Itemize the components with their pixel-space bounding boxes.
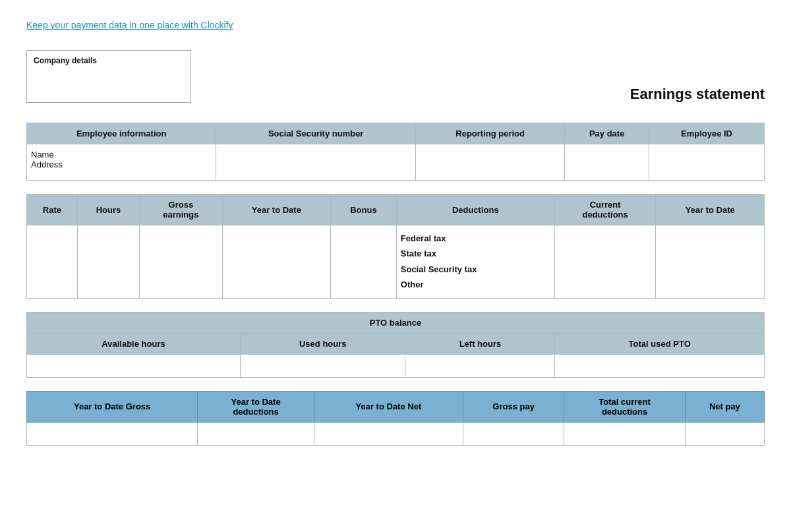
pto-cell-left [405, 354, 555, 377]
summary-table: Year to Date Gross Year to Datededuction… [26, 391, 765, 446]
earn-cell-hours [77, 225, 139, 299]
sum-header-ytd-gross: Year to Date Gross [27, 391, 198, 422]
table-row [27, 354, 765, 377]
earn-cell-gross [140, 225, 222, 299]
emp-header-id: Employee ID [649, 123, 765, 144]
pto-header-available: Available hours [27, 333, 241, 354]
earnings-table: Rate Hours Grossearnings Year to Date Bo… [26, 194, 765, 299]
earnings-title: Earnings statement [630, 86, 765, 103]
pto-table: PTO balance Available hours Used hours L… [26, 312, 765, 378]
company-details-label: Company details [34, 56, 97, 65]
sum-header-gross-pay: Gross pay [463, 391, 564, 422]
table-row [27, 422, 765, 445]
clockify-link[interactable]: Keep your payment data in one place with… [26, 20, 233, 30]
sum-cell-ytd-gross [27, 422, 198, 445]
earn-header-bonus: Bonus [331, 194, 397, 225]
emp-header-period: Reporting period [416, 123, 565, 144]
pto-cell-used [241, 354, 405, 377]
earn-cell-ytd2 [656, 225, 765, 299]
emp-header-info: Employee information [27, 123, 216, 144]
sum-cell-ytd-net [314, 422, 463, 445]
emp-header-ssn: Social Security number [216, 123, 416, 144]
emp-cell-paydate [565, 144, 649, 181]
earn-header-deductions: Deductions [396, 194, 554, 225]
pto-header-total: Total used PTO [555, 333, 765, 354]
emp-cell-name-address: NameAddress [27, 144, 216, 181]
earn-cell-bonus [331, 225, 397, 299]
pto-header-row: PTO balance [27, 312, 765, 333]
pto-subheader-row: Available hours Used hours Left hours To… [27, 333, 765, 354]
earn-cell-rate [27, 225, 78, 299]
sum-header-ytd-net: Year to Date Net [314, 391, 463, 422]
pto-cell-total [555, 354, 765, 377]
sum-cell-gross-pay [463, 422, 564, 445]
earn-header-gross: Grossearnings [140, 194, 222, 225]
sum-cell-ytd-deductions [198, 422, 314, 445]
pto-header-left: Left hours [405, 333, 555, 354]
pto-header-used: Used hours [241, 333, 405, 354]
earn-header-rate: Rate [27, 194, 78, 225]
emp-cell-period [416, 144, 565, 181]
pto-title: PTO balance [27, 312, 765, 333]
emp-cell-id [649, 144, 765, 181]
employee-info-table: Employee information Social Security num… [26, 123, 765, 181]
emp-cell-ssn [216, 144, 416, 181]
sum-header-net-pay: Net pay [685, 391, 764, 422]
earn-header-ytd: Year to Date [222, 194, 331, 225]
pto-cell-available [27, 354, 241, 377]
earn-header-hours: Hours [77, 194, 139, 225]
table-row: Federal taxState taxSocial Security taxO… [27, 225, 765, 299]
earn-cell-ytd [222, 225, 331, 299]
emp-header-paydate: Pay date [565, 123, 649, 144]
earn-header-current-deductions: Currentdeductions [554, 194, 656, 225]
company-details-box: Company details [26, 50, 191, 103]
table-row: NameAddress [27, 144, 765, 181]
top-section: Company details Earnings statement [26, 50, 765, 103]
earn-header-ytd2: Year to Date [656, 194, 765, 225]
earn-cell-deductions: Federal taxState taxSocial Security taxO… [396, 225, 554, 299]
sum-header-total-current-deductions: Total currentdeductions [564, 391, 685, 422]
sum-header-ytd-deductions: Year to Datedeductions [198, 391, 314, 422]
sum-cell-total-current-deductions [564, 422, 685, 445]
earn-cell-current-deductions [554, 225, 656, 299]
sum-cell-net-pay [685, 422, 764, 445]
